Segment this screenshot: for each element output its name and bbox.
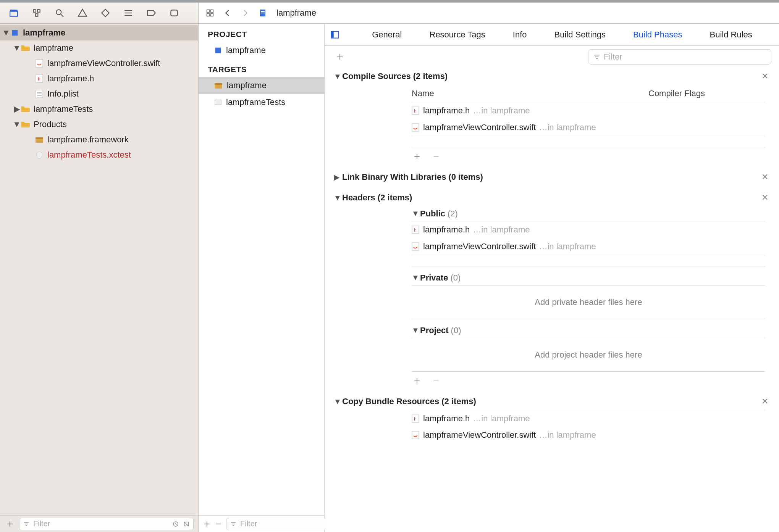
- svg-rect-11: [207, 10, 209, 12]
- project-name: lampframe: [23, 28, 65, 38]
- report-navigator-icon[interactable]: [168, 7, 180, 19]
- editor-pane: General Resource Tags Info Build Setting…: [325, 24, 779, 532]
- file-label: lampframe.h: [47, 74, 94, 84]
- disclosure-triangle-icon[interactable]: ▼: [412, 273, 420, 282]
- project-navigator-icon[interactable]: [8, 7, 20, 19]
- swift-file-icon: [34, 58, 44, 68]
- disclosure-triangle-icon[interactable]: ▼: [334, 193, 342, 202]
- folder-products[interactable]: ▼ Products: [0, 117, 198, 132]
- section-title: Private: [420, 273, 448, 283]
- file-location: …in lampframe: [539, 430, 596, 440]
- project-root[interactable]: ▼ lampframe: [0, 25, 198, 40]
- panel-toggle-icon[interactable]: [325, 30, 345, 40]
- phase-link-binary[interactable]: ▶ Link Binary With Libraries (0 items) ✕: [325, 169, 779, 185]
- table-row[interactable]: lampframeViewController.swift …in lampfr…: [412, 427, 765, 443]
- scm-filter-icon[interactable]: [183, 520, 190, 528]
- targets-filter-input[interactable]: [240, 519, 337, 528]
- column-name[interactable]: Name: [412, 89, 648, 98]
- add-file-button[interactable]: [412, 376, 422, 386]
- headers-public[interactable]: ▼ Public (2): [412, 206, 765, 221]
- disclosure-triangle-icon[interactable]: ▶: [334, 172, 342, 182]
- project-icon: [214, 46, 222, 55]
- breakpoint-navigator-icon[interactable]: [145, 7, 157, 19]
- add-button[interactable]: [5, 519, 15, 529]
- remove-file-button[interactable]: [431, 376, 441, 386]
- project-drop-zone[interactable]: Add project header files here: [412, 338, 765, 372]
- project-item-label: lampframe: [226, 45, 266, 55]
- folder-lampframe[interactable]: ▼ lampframe: [0, 40, 198, 56]
- remove-phase-button[interactable]: ✕: [761, 193, 768, 203]
- section-count: (0): [450, 273, 461, 283]
- disclosure-triangle-icon[interactable]: ▼: [334, 72, 342, 81]
- issue-navigator-icon[interactable]: [76, 7, 89, 19]
- disclosure-triangle-icon[interactable]: ▶: [13, 104, 21, 114]
- file-name: lampframe.h: [423, 225, 470, 235]
- tab-general[interactable]: General: [372, 30, 402, 40]
- file-swift[interactable]: lampframeViewController.swift: [0, 56, 198, 71]
- navigator-filter-input[interactable]: [33, 519, 169, 528]
- add-target-button[interactable]: [203, 519, 211, 529]
- add-phase-button[interactable]: [335, 52, 345, 62]
- table-row[interactable]: lampframeViewController.swift …in lampfr…: [412, 238, 765, 255]
- disclosure-triangle-icon[interactable]: ▼: [13, 43, 21, 53]
- headers-project[interactable]: ▼ Project (0): [412, 323, 765, 338]
- document-title[interactable]: lampframe: [276, 8, 316, 18]
- svg-rect-49: [331, 31, 334, 38]
- phase-copy-bundle[interactable]: ▼ Copy Bundle Resources (2 items) ✕: [325, 393, 779, 410]
- source-control-navigator-icon[interactable]: [31, 7, 43, 19]
- framework-icon: [34, 135, 44, 145]
- editor-tabbar: General Resource Tags Info Build Setting…: [325, 24, 779, 46]
- disclosure-triangle-icon[interactable]: ▼: [412, 326, 420, 335]
- table-row[interactable]: h lampframe.h …in lampframe: [412, 102, 765, 119]
- table-row[interactable]: h lampframe.h …in lampframe: [412, 221, 765, 238]
- related-items-icon[interactable]: [204, 7, 216, 19]
- section-title: Project: [420, 326, 449, 335]
- headers-private[interactable]: ▼ Private (0): [412, 270, 765, 285]
- forward-icon[interactable]: [239, 7, 251, 19]
- table-row[interactable]: lampframeViewController.swift …in lampfr…: [412, 119, 765, 136]
- project-item[interactable]: lampframe: [199, 42, 324, 59]
- svg-rect-38: [215, 48, 221, 53]
- tab-build-settings[interactable]: Build Settings: [554, 30, 606, 40]
- remove-phase-button[interactable]: ✕: [761, 71, 768, 81]
- test-navigator-icon[interactable]: [99, 7, 112, 19]
- file-header[interactable]: h lampframe.h: [0, 71, 198, 86]
- remove-phase-button[interactable]: ✕: [761, 397, 768, 406]
- column-compiler-flags[interactable]: Compiler Flags: [648, 89, 765, 98]
- framework-icon: [214, 82, 223, 89]
- phase-headers[interactable]: ▼ Headers (2 items) ✕: [325, 189, 779, 206]
- disclosure-triangle-icon[interactable]: ▼: [334, 397, 342, 406]
- remove-file-button[interactable]: [431, 151, 441, 162]
- product-framework[interactable]: lampframe.framework: [0, 132, 198, 147]
- tab-info[interactable]: Info: [513, 30, 527, 40]
- file-plist[interactable]: Info.plist: [0, 86, 198, 102]
- disclosure-triangle-icon[interactable]: ▼: [412, 209, 420, 218]
- section-count: (0): [451, 326, 461, 335]
- folder-tests[interactable]: ▶ lampframeTests: [0, 102, 198, 117]
- remove-target-button[interactable]: [215, 519, 222, 529]
- product-xctest[interactable]: lampframeTests.xctest: [0, 147, 198, 163]
- disclosure-triangle-icon[interactable]: ▼: [13, 119, 21, 129]
- svg-rect-63: [412, 243, 419, 250]
- find-navigator-icon[interactable]: [53, 7, 66, 19]
- remove-phase-button[interactable]: ✕: [761, 172, 768, 182]
- tab-build-phases[interactable]: Build Phases: [633, 30, 682, 40]
- phase-count: (2 items): [441, 397, 476, 406]
- plist-file-icon: [34, 89, 44, 99]
- debug-navigator-icon[interactable]: [122, 7, 134, 19]
- svg-rect-19: [36, 60, 43, 67]
- target-tests[interactable]: lampframeTests: [199, 94, 324, 111]
- back-icon[interactable]: [221, 7, 234, 19]
- table-row[interactable]: h lampframe.h …in lampframe: [412, 410, 765, 427]
- folder-label: lampframe: [34, 43, 73, 53]
- recent-icon[interactable]: [172, 520, 179, 528]
- phase-compile-sources[interactable]: ▼ Compile Sources (2 items) ✕: [325, 68, 779, 85]
- disclosure-triangle-icon[interactable]: ▼: [2, 28, 10, 38]
- phase-filter-input[interactable]: [604, 52, 766, 62]
- target-framework[interactable]: lampframe: [199, 77, 324, 94]
- add-file-button[interactable]: [412, 151, 422, 162]
- svg-rect-10: [171, 10, 177, 16]
- private-drop-zone[interactable]: Add private header files here: [412, 285, 765, 319]
- tab-build-rules[interactable]: Build Rules: [710, 30, 752, 40]
- tab-resource-tags[interactable]: Resource Tags: [430, 30, 485, 40]
